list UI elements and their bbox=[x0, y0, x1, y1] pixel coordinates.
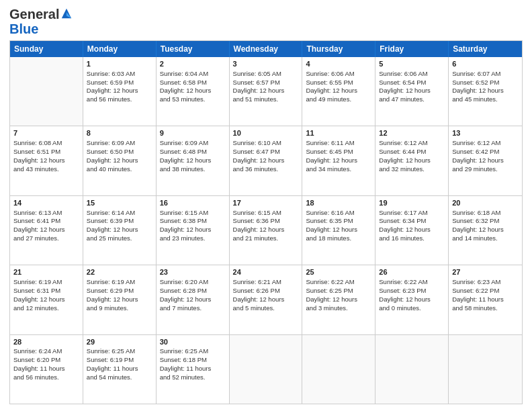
cell-line: Sunset: 6:52 PM bbox=[452, 79, 519, 87]
cell-line: Daylight: 11 hours bbox=[13, 365, 79, 373]
calendar-cell bbox=[230, 335, 303, 404]
cell-line: and 9 minutes. bbox=[87, 304, 152, 313]
cell-line: Daylight: 11 hours bbox=[452, 295, 519, 304]
day-number: 25 bbox=[306, 267, 371, 277]
cell-line: and 51 minutes. bbox=[233, 95, 299, 104]
calendar-cell: 5Sunrise: 6:06 AMSunset: 6:54 PMDaylight… bbox=[375, 57, 449, 126]
cell-line: Sunrise: 6:14 AM bbox=[87, 209, 152, 218]
day-number: 14 bbox=[13, 198, 79, 208]
cell-line: and 25 minutes. bbox=[87, 234, 152, 243]
cell-line: Daylight: 12 hours bbox=[379, 87, 445, 95]
cell-line: Daylight: 12 hours bbox=[87, 156, 152, 165]
cell-line: Sunset: 6:26 PM bbox=[233, 287, 299, 295]
cell-line: Daylight: 12 hours bbox=[13, 156, 79, 165]
cell-line: Sunrise: 6:09 AM bbox=[87, 139, 152, 148]
day-number: 4 bbox=[306, 59, 371, 69]
cell-line: Sunset: 6:58 PM bbox=[160, 79, 226, 87]
day-number: 6 bbox=[452, 59, 519, 69]
calendar-header-cell: Saturday bbox=[449, 41, 522, 57]
logo: General Blue bbox=[9, 7, 73, 36]
cell-line: and 53 minutes. bbox=[160, 95, 226, 104]
cell-line: and 12 minutes. bbox=[13, 304, 79, 313]
cell-line: and 29 minutes. bbox=[452, 165, 519, 174]
cell-line: and 40 minutes. bbox=[87, 165, 152, 174]
day-number: 12 bbox=[379, 128, 445, 138]
calendar-cell bbox=[302, 335, 375, 404]
cell-line: and 32 minutes. bbox=[379, 165, 445, 174]
cell-line: Sunset: 6:34 PM bbox=[379, 217, 445, 226]
day-number: 3 bbox=[233, 59, 299, 69]
cell-line: Sunset: 6:20 PM bbox=[13, 356, 79, 365]
cell-line: and 5 minutes. bbox=[233, 304, 299, 313]
cell-line: Sunset: 6:44 PM bbox=[379, 148, 445, 156]
day-number: 28 bbox=[13, 337, 79, 347]
cell-line: Sunset: 6:57 PM bbox=[233, 79, 299, 87]
calendar-cell: 30Sunrise: 6:25 AMSunset: 6:18 PMDayligh… bbox=[157, 335, 230, 404]
cell-line: and 16 minutes. bbox=[379, 234, 445, 243]
cell-line: and 34 minutes. bbox=[306, 165, 371, 174]
cell-line: Sunrise: 6:08 AM bbox=[13, 139, 79, 148]
cell-line: Sunrise: 6:22 AM bbox=[306, 278, 371, 287]
cell-line: Sunset: 6:59 PM bbox=[87, 79, 152, 87]
cell-line: Sunset: 6:38 PM bbox=[160, 217, 226, 226]
cell-line: and 49 minutes. bbox=[306, 95, 371, 104]
cell-line: Daylight: 12 hours bbox=[13, 295, 79, 304]
cell-line: and 56 minutes. bbox=[87, 95, 152, 104]
day-number: 1 bbox=[87, 59, 152, 69]
cell-line: and 3 minutes. bbox=[306, 304, 371, 313]
day-number: 16 bbox=[160, 198, 226, 208]
day-number: 8 bbox=[87, 128, 152, 138]
cell-line: Daylight: 12 hours bbox=[306, 226, 371, 234]
day-number: 17 bbox=[233, 198, 299, 208]
page: General Blue SundayMondayTuesdayWednesda… bbox=[0, 0, 532, 411]
logo-icon bbox=[60, 7, 73, 19]
cell-line: Daylight: 12 hours bbox=[233, 156, 299, 165]
cell-line: Daylight: 12 hours bbox=[233, 226, 299, 234]
calendar-cell: 9Sunrise: 6:09 AMSunset: 6:48 PMDaylight… bbox=[157, 126, 230, 195]
day-number: 9 bbox=[160, 128, 226, 138]
calendar-cell: 10Sunrise: 6:10 AMSunset: 6:47 PMDayligh… bbox=[230, 126, 303, 195]
calendar-cell: 2Sunrise: 6:04 AMSunset: 6:58 PMDaylight… bbox=[157, 57, 230, 126]
calendar-week: 7Sunrise: 6:08 AMSunset: 6:51 PMDaylight… bbox=[10, 126, 522, 195]
cell-line: Sunrise: 6:25 AM bbox=[160, 347, 226, 356]
calendar-week: 1Sunrise: 6:03 AMSunset: 6:59 PMDaylight… bbox=[10, 57, 522, 126]
cell-line: Sunset: 6:51 PM bbox=[13, 148, 79, 156]
cell-line: Daylight: 12 hours bbox=[452, 87, 519, 95]
cell-line: Sunset: 6:39 PM bbox=[87, 217, 152, 226]
day-number: 7 bbox=[13, 128, 79, 138]
calendar-cell: 26Sunrise: 6:22 AMSunset: 6:23 PMDayligh… bbox=[375, 265, 449, 334]
cell-line: Sunrise: 6:16 AM bbox=[306, 209, 371, 218]
day-number: 30 bbox=[160, 337, 226, 347]
cell-line: Daylight: 12 hours bbox=[87, 295, 152, 304]
cell-line: Sunset: 6:41 PM bbox=[13, 217, 79, 226]
calendar-cell: 3Sunrise: 6:05 AMSunset: 6:57 PMDaylight… bbox=[230, 57, 303, 126]
cell-line: Daylight: 12 hours bbox=[306, 295, 371, 304]
cell-line: Daylight: 12 hours bbox=[379, 295, 445, 304]
cell-line: Sunrise: 6:04 AM bbox=[160, 70, 226, 79]
cell-line: and 47 minutes. bbox=[379, 95, 445, 104]
calendar-cell: 17Sunrise: 6:15 AMSunset: 6:36 PMDayligh… bbox=[230, 196, 303, 265]
cell-line: Sunset: 6:42 PM bbox=[452, 148, 519, 156]
cell-line: Sunrise: 6:12 AM bbox=[379, 139, 445, 148]
cell-line: and 56 minutes. bbox=[13, 373, 79, 382]
cell-line: Daylight: 12 hours bbox=[13, 226, 79, 234]
cell-line: Sunrise: 6:13 AM bbox=[13, 209, 79, 218]
cell-line: Daylight: 12 hours bbox=[160, 295, 226, 304]
day-number: 10 bbox=[233, 128, 299, 138]
cell-line: Sunset: 6:45 PM bbox=[306, 148, 371, 156]
day-number: 23 bbox=[160, 267, 226, 277]
cell-line: Sunset: 6:36 PM bbox=[233, 217, 299, 226]
calendar-cell bbox=[10, 57, 83, 126]
cell-line: Daylight: 12 hours bbox=[233, 295, 299, 304]
header: General Blue bbox=[9, 7, 523, 36]
calendar-cell: 19Sunrise: 6:17 AMSunset: 6:34 PMDayligh… bbox=[375, 196, 449, 265]
cell-line: and 14 minutes. bbox=[452, 234, 519, 243]
calendar-cell: 27Sunrise: 6:23 AMSunset: 6:22 PMDayligh… bbox=[449, 265, 522, 334]
calendar-cell: 15Sunrise: 6:14 AMSunset: 6:39 PMDayligh… bbox=[83, 196, 157, 265]
calendar-header-cell: Wednesday bbox=[230, 41, 303, 57]
cell-line: Daylight: 12 hours bbox=[379, 156, 445, 165]
calendar-body: 1Sunrise: 6:03 AMSunset: 6:59 PMDaylight… bbox=[10, 57, 522, 404]
calendar-cell: 11Sunrise: 6:11 AMSunset: 6:45 PMDayligh… bbox=[302, 126, 375, 195]
logo-text-blue: Blue bbox=[9, 21, 38, 36]
calendar-cell: 1Sunrise: 6:03 AMSunset: 6:59 PMDaylight… bbox=[83, 57, 157, 126]
